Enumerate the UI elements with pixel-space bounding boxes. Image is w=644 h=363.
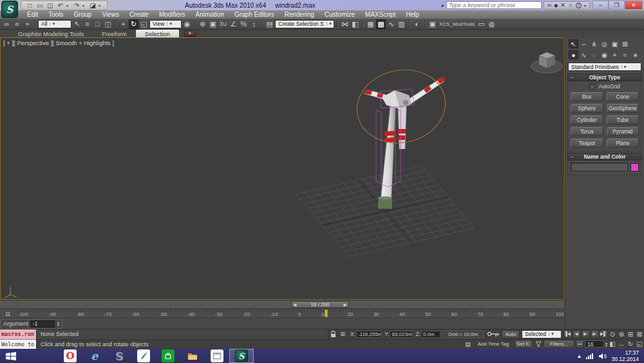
cone-button[interactable]: Cone bbox=[607, 92, 639, 101]
next-frame-button[interactable]: ▶ bbox=[591, 330, 599, 338]
taskbar-quill-app[interactable] bbox=[131, 349, 156, 363]
cylinder-button[interactable]: Cylinder bbox=[571, 115, 603, 124]
reference-coordinate-dropdown[interactable]: View▼ bbox=[149, 20, 182, 28]
select-and-scale-icon[interactable]: ◱ bbox=[139, 19, 149, 29]
start-button[interactable] bbox=[0, 349, 22, 363]
keyboard-shortcut-override-icon[interactable]: ▣ bbox=[208, 19, 218, 29]
menu-rendering[interactable]: Rendering bbox=[279, 10, 319, 19]
plane-button[interactable]: Plane bbox=[607, 139, 639, 148]
tab-modify[interactable]: ∽ bbox=[579, 39, 589, 48]
trackbar-frame-marker[interactable] bbox=[325, 309, 328, 317]
current-frame-field[interactable]: 16 bbox=[585, 340, 604, 348]
select-by-name-icon[interactable]: ≡ bbox=[82, 19, 92, 29]
taskbar-window-app[interactable] bbox=[205, 349, 229, 363]
maxscript-mini-listener[interactable]: macros.run Welcome to bbox=[0, 329, 37, 349]
favorites-star-icon[interactable]: ☆ bbox=[568, 2, 573, 8]
select-and-move-icon[interactable]: + bbox=[118, 19, 128, 29]
object-type-rollout-header[interactable]: − Object Type bbox=[567, 74, 642, 81]
taskbar-internet-explorer[interactable]: e bbox=[82, 349, 107, 363]
object-name-field[interactable] bbox=[571, 162, 628, 172]
viewcube[interactable] bbox=[531, 52, 562, 73]
absolute-mode-icon[interactable]: ⊞ bbox=[338, 330, 348, 338]
frame-spinner[interactable]: ▲▼ bbox=[605, 342, 608, 347]
snaps-toggle-icon[interactable]: 3∪ bbox=[218, 19, 228, 29]
taskbar-clock[interactable]: 17:37 30.12.2014 bbox=[611, 349, 639, 362]
category-lights-icon[interactable]: ◌ bbox=[589, 50, 599, 59]
taskbar-3ds-max[interactable]: S bbox=[229, 349, 254, 363]
taskbar-opera[interactable]: O bbox=[58, 349, 82, 363]
tab-motion[interactable]: ◎ bbox=[600, 39, 609, 48]
orbit-icon[interactable]: ↻ bbox=[627, 340, 635, 348]
communication-center-icon[interactable]: ✕ bbox=[560, 2, 565, 8]
open-file-icon[interactable]: ▭ bbox=[35, 1, 44, 9]
set-key-button[interactable]: Set K. bbox=[515, 340, 533, 348]
graphite-ribbon-toggle-icon[interactable]: ▩ bbox=[376, 19, 386, 29]
auto-key-button[interactable]: Auto bbox=[502, 330, 520, 338]
minimize-button[interactable]: − bbox=[592, 1, 609, 10]
search-input[interactable] bbox=[446, 1, 542, 9]
menu-customize[interactable]: Customize bbox=[319, 10, 360, 19]
project-folder-icon[interactable]: ◪ bbox=[88, 1, 97, 9]
tab-selection[interactable]: Selection bbox=[136, 30, 179, 37]
zoom-region-icon[interactable]: ◧ bbox=[609, 340, 617, 348]
rendered-frame-window-icon[interactable]: ▭ bbox=[477, 19, 486, 29]
box-button[interactable]: Box bbox=[571, 92, 603, 101]
taskbar-windows-store[interactable] bbox=[156, 349, 180, 363]
selection-lock-icon[interactable] bbox=[328, 330, 338, 338]
tab-utilities[interactable]: ⊠ bbox=[620, 39, 630, 48]
new-scene-icon[interactable]: □ bbox=[25, 1, 34, 9]
menu-tools[interactable]: Tools bbox=[43, 10, 68, 19]
menu-group[interactable]: Group bbox=[69, 10, 97, 19]
quick-render-icon[interactable]: ◍ bbox=[487, 19, 497, 29]
object-color-swatch[interactable] bbox=[630, 163, 639, 172]
rectangular-selection-region-icon[interactable]: □ bbox=[93, 19, 102, 29]
redo-icon[interactable]: ↷ bbox=[72, 1, 81, 9]
selection-set-key-dropdown[interactable]: Selected▼ bbox=[522, 330, 562, 338]
infocenter-collapse-icon[interactable]: ▸ bbox=[442, 3, 444, 8]
search-binoculars-icon[interactable]: ∞ bbox=[547, 2, 551, 8]
application-menu-button[interactable]: S bbox=[1, 1, 18, 18]
tray-expand-icon[interactable]: ▲ bbox=[577, 353, 582, 359]
render-setup-icon[interactable]: ▣ bbox=[428, 19, 437, 29]
unlink-selection-icon[interactable]: ∝ bbox=[12, 19, 22, 29]
volume-icon[interactable] bbox=[598, 353, 607, 360]
align-icon[interactable]: ◧ bbox=[350, 19, 360, 29]
time-slider-next-icon[interactable]: ▶ bbox=[344, 302, 347, 308]
pan-icon[interactable]: ↔ bbox=[618, 340, 626, 348]
zoom-extents-all-icon[interactable]: ⊠ bbox=[636, 330, 644, 338]
layer-manager-icon[interactable]: ▦ bbox=[366, 19, 375, 29]
curve-editor-icon[interactable]: ∿ bbox=[386, 19, 396, 29]
set-keys-icon[interactable] bbox=[486, 330, 501, 338]
time-slider-track[interactable]: ◀ 16 / 200 ▶ bbox=[0, 300, 565, 308]
tab-freeform[interactable]: Freeform bbox=[93, 30, 136, 37]
taskbar-browser-s[interactable]: S bbox=[107, 349, 131, 363]
percent-snap-toggle-icon[interactable]: % bbox=[239, 19, 249, 29]
tube-button[interactable]: Tube bbox=[607, 115, 639, 124]
key-mode-toggle-button[interactable]: ⊶ bbox=[576, 340, 584, 348]
rollout-collapse-icon[interactable]: − bbox=[571, 74, 574, 81]
go-to-end-button[interactable]: ▶▌ bbox=[600, 330, 608, 338]
menu-modifiers[interactable]: Modifiers bbox=[154, 10, 191, 19]
edit-named-selection-sets-icon[interactable]: ▤ bbox=[265, 19, 274, 29]
category-spacewarps-icon[interactable]: ≈ bbox=[620, 50, 630, 59]
play-button[interactable]: ▶ bbox=[582, 330, 590, 338]
ribbon-minimize-dropdown-icon[interactable]: ▼ bbox=[184, 30, 196, 37]
teapot-button[interactable]: Teapot bbox=[571, 139, 603, 148]
autogrid-checkbox[interactable] bbox=[589, 84, 595, 90]
menu-create[interactable]: Create bbox=[124, 10, 154, 19]
angle-snap-toggle-icon[interactable]: ∠ bbox=[229, 19, 238, 29]
subscription-center-icon[interactable]: ◆ bbox=[554, 3, 558, 8]
undo-dropdown-icon[interactable]: ▾ bbox=[66, 3, 71, 8]
time-slider-handle[interactable]: ◀ 16 / 200 ▶ bbox=[291, 301, 349, 308]
tab-hierarchy[interactable]: ⋔ bbox=[589, 39, 599, 48]
selection-filter-dropdown[interactable]: All▼ bbox=[38, 20, 71, 28]
key-filters-icon[interactable] bbox=[533, 340, 543, 348]
z-coordinate-field[interactable]: 0,0m bbox=[421, 331, 440, 338]
maximize-button[interactable]: ❐ bbox=[609, 1, 625, 10]
select-object-icon[interactable]: ↖ bbox=[72, 19, 82, 29]
zoom-extents-icon[interactable]: ⊞ bbox=[627, 330, 635, 338]
category-helpers-icon[interactable]: + bbox=[610, 50, 620, 59]
viewport-label[interactable]: [ + ][ Perspective ][ Smooth + Highlight… bbox=[3, 39, 114, 46]
network-signal-icon[interactable] bbox=[586, 353, 594, 359]
menu-animation[interactable]: Animation bbox=[190, 10, 229, 19]
